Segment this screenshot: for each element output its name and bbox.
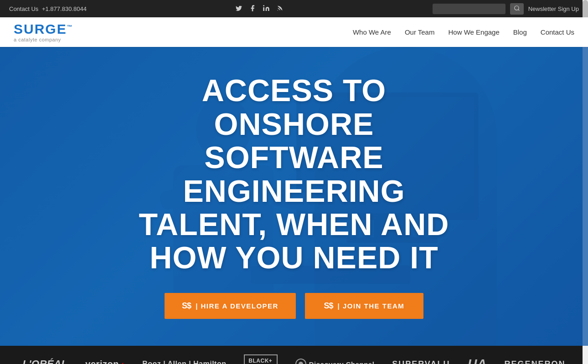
svg-point-2	[514, 5, 518, 10]
client-regeneron: REGENERON	[505, 359, 566, 364]
nav-contact-us[interactable]: Contact Us	[541, 28, 574, 36]
facebook-link[interactable]	[249, 5, 256, 13]
nav-who-we-are[interactable]: Who We Are	[353, 28, 391, 36]
join-team-button[interactable]: S$ | JOIN THE TEAM	[305, 293, 423, 319]
hero-content: ACCESS TO ONSHORE SOFTWARE ENGINEERING T…	[112, 74, 476, 319]
twitter-link[interactable]	[235, 5, 242, 13]
nav-links: Who We Are Our Team How We Engage Blog C…	[353, 28, 574, 36]
client-loreal: L'ORÉAL	[22, 358, 67, 364]
svg-point-0	[263, 5, 265, 6]
client-blackdecker: BLACK+DECKER	[244, 354, 278, 364]
newsletter-link[interactable]: Newsletter Sign Up	[528, 5, 579, 12]
join-btn-label: | JOIN THE TEAM	[338, 302, 405, 310]
hero-section: ACCESS TO ONSHORE SOFTWARE ENGINEERING T…	[0, 47, 588, 346]
hire-btn-icon: S$	[182, 301, 191, 311]
hire-developer-button[interactable]: S$ | HIRE A DEVELOPER	[165, 293, 296, 319]
top-bar-right: Newsletter Sign Up	[433, 3, 579, 15]
nav-our-team[interactable]: Our Team	[405, 28, 435, 36]
client-discovery: Discovery Channel	[295, 359, 375, 364]
hero-title: ACCESS TO ONSHORE SOFTWARE ENGINEERING T…	[121, 74, 467, 275]
logo-text: SURGE™	[14, 22, 73, 36]
clients-bar: L'ORÉAL verizon✓ Booz | Allen | Hamilton…	[0, 346, 588, 364]
svg-point-14	[299, 362, 303, 364]
phone-number: +1.877.830.8044	[42, 5, 87, 12]
nav-bar: SURGE™ a catalyte company Who We Are Our…	[0, 17, 588, 47]
logo[interactable]: SURGE™ a catalyte company	[14, 22, 73, 42]
contact-label: Contact Us	[9, 5, 38, 12]
client-supervalu: SUPERVALU	[392, 359, 450, 364]
svg-point-1	[278, 10, 278, 10]
hero-buttons: S$ | HIRE A DEVELOPER S$ | JOIN THE TEAM	[121, 293, 467, 319]
rss-link[interactable]	[276, 5, 284, 13]
logo-tagline: a catalyte company	[14, 37, 73, 42]
svg-line-3	[518, 9, 519, 10]
top-bar: Contact Us +1.877.830.8044 Newsletter Si…	[0, 0, 588, 17]
join-btn-icon: S$	[324, 301, 333, 311]
search-input[interactable]	[433, 4, 505, 14]
client-booz: Booz | Allen | Hamilton	[142, 360, 226, 364]
nav-blog[interactable]: Blog	[513, 28, 527, 36]
client-under-armour: UA	[468, 357, 486, 364]
hire-btn-label: | HIRE A DEVELOPER	[196, 302, 279, 310]
nav-how-we-engage[interactable]: How We Engage	[448, 28, 499, 36]
social-links	[235, 5, 284, 13]
search-button[interactable]	[510, 3, 524, 15]
client-verizon: verizon✓	[85, 359, 124, 364]
contact-info: Contact Us +1.877.830.8044	[9, 5, 87, 12]
linkedin-link[interactable]	[263, 5, 270, 13]
